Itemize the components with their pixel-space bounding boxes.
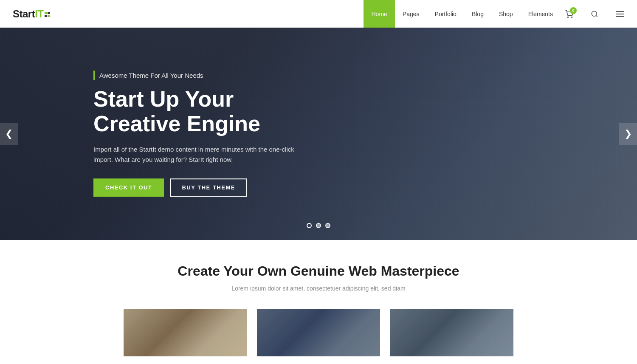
hero-content: Awesome Theme For All Your Needs Start U… bbox=[93, 71, 297, 197]
nav-item-home[interactable]: Home bbox=[364, 0, 395, 28]
section-title-area: Create Your Own Genuine Web Masterpiece … bbox=[0, 240, 637, 305]
nav-item-elements[interactable]: Elements bbox=[521, 0, 561, 28]
search-button[interactable] bbox=[591, 10, 598, 18]
cards-row bbox=[0, 305, 637, 356]
slider-next-button[interactable]: ❯ bbox=[619, 123, 637, 145]
slider-dots bbox=[307, 223, 330, 228]
hero-subtitle-row: Awesome Theme For All Your Needs bbox=[93, 71, 297, 80]
nav-item-shop[interactable]: Shop bbox=[491, 0, 521, 28]
slider-prev-button[interactable]: ❮ bbox=[0, 123, 18, 145]
buy-theme-button[interactable]: BUY THE THEME bbox=[170, 179, 247, 197]
svg-point-1 bbox=[572, 17, 572, 17]
logo-it: IT bbox=[35, 8, 43, 20]
section-subtitle: Lorem ipsum dolor sit amet, consectetuer… bbox=[8, 285, 629, 292]
card-1[interactable] bbox=[124, 309, 247, 356]
nav-icons: 0 bbox=[565, 8, 624, 20]
svg-point-2 bbox=[592, 11, 597, 16]
nav-item-portfolio[interactable]: Portfolio bbox=[427, 0, 464, 28]
slider-dot-3[interactable] bbox=[325, 223, 330, 228]
main-nav: Home Pages Portfolio Blog Shop Elements … bbox=[364, 0, 624, 28]
slider-dot-1[interactable] bbox=[307, 223, 312, 228]
logo[interactable]: StartIT bbox=[13, 8, 50, 20]
cart-button[interactable]: 0 bbox=[565, 10, 573, 18]
features-section: Create Your Own Genuine Web Masterpiece … bbox=[0, 240, 637, 356]
nav-item-pages[interactable]: Pages bbox=[395, 0, 427, 28]
slider-dot-2[interactable] bbox=[316, 223, 321, 228]
nav-item-blog[interactable]: Blog bbox=[464, 0, 491, 28]
card-3[interactable] bbox=[390, 309, 513, 356]
logo-brand: Start bbox=[13, 8, 35, 20]
nav-divider-2 bbox=[607, 8, 607, 20]
hero-description: Import all of the StartIt demo content i… bbox=[93, 145, 297, 165]
nav-divider bbox=[582, 8, 582, 20]
hero-buttons: CHECK IT OUT BUY THE THEME bbox=[93, 179, 297, 197]
hero-title: Start Up Your Creative Engine bbox=[93, 87, 297, 136]
check-it-out-button[interactable]: CHECK IT OUT bbox=[93, 179, 164, 197]
hero-subtitle-text: Awesome Theme For All Your Needs bbox=[99, 72, 203, 79]
hero-subtitle-bar-icon bbox=[93, 71, 95, 80]
svg-line-3 bbox=[596, 15, 597, 17]
header: StartIT Home Pages Portfolio Blog Shop E… bbox=[0, 0, 637, 28]
hero-section: ❮ Awesome Theme For All Your Needs Start… bbox=[0, 28, 637, 240]
svg-point-0 bbox=[568, 17, 569, 17]
menu-button[interactable] bbox=[616, 10, 624, 18]
section-title: Create Your Own Genuine Web Masterpiece bbox=[8, 263, 629, 279]
logo-dots-icon bbox=[45, 12, 50, 17]
card-2[interactable] bbox=[257, 309, 380, 356]
cart-badge: 0 bbox=[570, 7, 577, 14]
